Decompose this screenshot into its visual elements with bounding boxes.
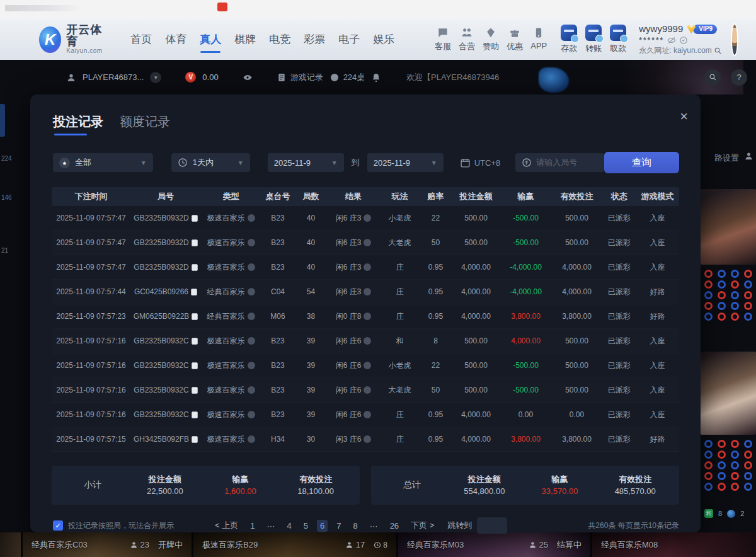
page-button[interactable]: 26 [387, 520, 402, 532]
service-link[interactable]: 客服 [435, 26, 451, 52]
result-info-icon[interactable] [364, 214, 371, 222]
tables-count-link[interactable]: 224桌 [329, 72, 365, 83]
nav-item[interactable]: 电竞 [269, 28, 290, 50]
cell-game-type: 极速百家乐 [201, 434, 261, 445]
page-button[interactable]: 6 [317, 520, 328, 532]
info-icon[interactable] [248, 214, 255, 222]
info-icon[interactable] [248, 239, 255, 246]
subtotal-winloss-label: 输赢 [203, 473, 278, 486]
refresh-circle-icon[interactable] [679, 36, 688, 45]
site-logo[interactable]: K 开云体育 Kaiyun.com [39, 24, 106, 54]
eye-icon[interactable] [243, 72, 253, 83]
table-icon [329, 72, 340, 83]
result-info-icon[interactable] [364, 288, 371, 296]
result-info-icon[interactable] [364, 337, 371, 345]
merge-checkbox[interactable]: ✓ [53, 520, 63, 531]
nav-item[interactable]: 棋牌 [234, 28, 256, 50]
page-button[interactable]: 下页 > [408, 519, 437, 532]
result-info-icon[interactable] [364, 411, 371, 418]
browser-chrome-strip [0, 0, 756, 19]
copy-icon[interactable] [191, 289, 197, 296]
info-icon[interactable] [248, 411, 255, 418]
nav-item[interactable]: 体育 [165, 28, 186, 50]
jump-page-input[interactable] [477, 517, 507, 534]
eye-off-icon[interactable] [667, 36, 676, 45]
transfer-link[interactable]: 转账 [585, 25, 602, 54]
table-tile-partial[interactable] [0, 532, 21, 557]
info-icon[interactable] [248, 386, 255, 394]
result-info-icon[interactable] [364, 263, 371, 271]
info-icon[interactable] [248, 435, 255, 443]
cell-win-loss: 3,800.00 [500, 312, 551, 321]
dealer-video-thumb[interactable] [701, 352, 756, 435]
column-header: 下注时间 [52, 191, 130, 202]
bell-icon[interactable] [371, 72, 381, 83]
live-table-tile[interactable]: 经典百家乐M08 [592, 532, 756, 557]
help-button[interactable]: ? [731, 69, 747, 86]
live-table-tile[interactable]: 经典百家乐C03 23 开牌中 [23, 532, 192, 557]
copy-icon[interactable] [192, 239, 198, 246]
date-to-picker[interactable]: 2025-11-9 ▼ [367, 153, 444, 172]
magnifier-icon[interactable] [714, 47, 722, 55]
copy-icon[interactable] [192, 338, 198, 345]
nav-item[interactable]: 首页 [130, 28, 152, 50]
cell-result: 闲6 庄3 [327, 287, 380, 297]
cell-status: 已派彩 [602, 360, 636, 371]
nav-item[interactable]: 彩票 [304, 28, 325, 50]
info-icon[interactable] [248, 288, 255, 296]
cell-round-id: GC0425B09266 [130, 287, 201, 296]
result-info-icon[interactable] [364, 362, 371, 369]
copy-icon[interactable] [192, 387, 198, 394]
dealer-video-thumb[interactable] [701, 189, 756, 265]
nav-item[interactable]: 真人 [200, 28, 221, 50]
search-button[interactable] [704, 69, 721, 86]
withdraw-link[interactable]: 取款 [610, 25, 626, 54]
cell-result: 闲0 庄8 [327, 311, 380, 322]
copy-icon[interactable] [192, 215, 198, 222]
live-table-tile[interactable]: 极速百家乐B29 17 8 [193, 532, 396, 557]
nav-item[interactable]: 娱乐 [373, 28, 394, 50]
info-icon[interactable] [248, 362, 255, 369]
chevron-down-icon[interactable]: ▾ [150, 72, 161, 83]
page-button[interactable]: < 上页 [212, 519, 241, 532]
live-table-tile[interactable]: 经典百家乐M03 25 结算中 [398, 532, 590, 557]
page-button[interactable]: 8 [350, 520, 360, 532]
page-button[interactable]: 4 [284, 520, 294, 532]
game-type-select[interactable]: ♠ 全部 ▼ [53, 153, 153, 172]
result-info-icon[interactable] [364, 313, 371, 320]
result-info-icon[interactable] [364, 239, 371, 246]
modal-tab[interactable]: 投注记录 [53, 113, 103, 135]
copy-icon[interactable] [192, 436, 198, 443]
info-icon[interactable] [248, 313, 255, 320]
game-record-link[interactable]: 游戏记录 [277, 72, 323, 83]
page-button[interactable]: ··· [367, 520, 381, 532]
sponsor-link[interactable]: 赞助 [483, 26, 499, 52]
modal-tab[interactable]: 额度记录 [120, 113, 170, 135]
page-button[interactable]: 7 [333, 520, 344, 532]
date-from-picker[interactable]: 2025-11-9 ▼ [268, 153, 344, 172]
page-button[interactable]: ··· [263, 520, 278, 532]
copy-icon[interactable] [192, 411, 198, 418]
nav-item[interactable]: 电子 [338, 28, 360, 50]
copy-icon[interactable] [192, 362, 198, 369]
result-info-icon[interactable] [364, 435, 371, 443]
time-range-select[interactable]: 1天内 ▼ [171, 153, 250, 172]
promo-link[interactable]: 优惠 [507, 26, 523, 52]
page-button[interactable]: 1 [247, 520, 258, 532]
table-header-row: 下注时间局号类型桌台号局数结果玩法赔率投注金额输赢有效投注状态游戏模式 [52, 187, 679, 206]
copy-icon[interactable] [192, 264, 198, 271]
query-button[interactable]: 查询 [604, 152, 679, 173]
avatar[interactable] [731, 23, 738, 56]
copy-icon[interactable] [192, 313, 198, 320]
app-link[interactable]: APP [530, 26, 547, 52]
close-icon[interactable]: × [680, 110, 688, 123]
info-icon[interactable] [248, 263, 255, 271]
partners-link[interactable]: 合营 [459, 26, 475, 52]
page-button[interactable]: 5 [301, 520, 311, 532]
info-icon[interactable] [248, 337, 255, 345]
deposit-link[interactable]: 存款 [561, 25, 577, 54]
result-info-icon[interactable] [364, 386, 371, 394]
timezone-toggle[interactable]: UTC+8 [460, 158, 501, 168]
vip-badge[interactable]: VIP9 [687, 25, 717, 34]
round-search-input[interactable]: 请输入局号 [515, 153, 604, 172]
